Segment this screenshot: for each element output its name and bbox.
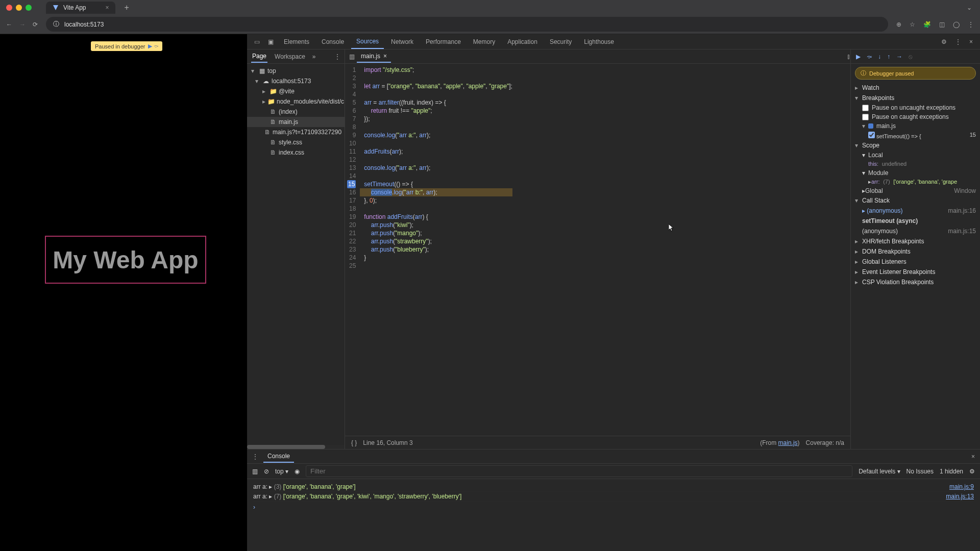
console-filter-input[interactable]	[306, 465, 852, 477]
tab-performance[interactable]: Performance	[421, 35, 466, 48]
tree-folder-vite[interactable]: ▸📁@vite	[247, 86, 345, 96]
tree-folder-nodemodules[interactable]: ▸📁node_modules/vite/dist/c	[247, 96, 345, 107]
step-into-button[interactable]: ↓	[878, 53, 881, 60]
section-watch[interactable]: ▸Watch	[851, 83, 980, 93]
tree-file-indexcss[interactable]: 🗎index.css	[247, 147, 345, 158]
close-window[interactable]	[6, 5, 12, 11]
console-sidebar-icon[interactable]: ▥	[252, 468, 258, 475]
tab-sources[interactable]: Sources	[351, 35, 384, 49]
deactivate-breakpoints-button[interactable]: ⦸	[909, 53, 913, 60]
console-row[interactable]: arr a: ▸ (7) ['orange', 'banana', 'grape…	[253, 492, 974, 502]
tab-application[interactable]: Application	[502, 35, 543, 48]
code-editor[interactable]: 1234567891011121314151617181920212223242…	[345, 64, 850, 436]
console-source-link[interactable]: main.js:9	[949, 483, 974, 490]
zoom-icon[interactable]: ⊕	[896, 21, 901, 28]
navigator-tab-workspace[interactable]: Workspace	[274, 51, 306, 62]
site-info-icon[interactable]: ⓘ	[53, 20, 59, 29]
console-settings-icon[interactable]: ⚙	[969, 468, 975, 475]
section-scope[interactable]: ▾Scope	[851, 140, 980, 151]
tree-file-stylecss[interactable]: 🗎style.css	[247, 137, 345, 147]
sidepanel-icon[interactable]: ◫	[939, 21, 945, 28]
console-row[interactable]: arr a: ▸ (3) ['orange', 'banana', 'grape…	[253, 482, 974, 492]
maximize-window[interactable]	[26, 5, 32, 11]
extensions-icon[interactable]: 🧩	[923, 21, 931, 28]
close-drawer-icon[interactable]: ×	[971, 453, 975, 460]
more-icon[interactable]: ⋮	[952, 36, 964, 47]
tab-security[interactable]: Security	[545, 35, 577, 48]
reload-button[interactable]: ⟳	[33, 21, 38, 28]
section-breakpoints[interactable]: ▾Breakpoints	[851, 93, 980, 103]
drawer-menu-icon[interactable]: ⋮	[252, 453, 258, 460]
breakpoint-entry[interactable]: setTimeout(() => {15	[851, 131, 980, 140]
tab-title: Vite App	[63, 4, 86, 11]
console-output: arr a: ▸ (3) ['orange', 'banana', 'grape…	[247, 479, 980, 551]
callstack-frame-0[interactable]: ▸ (anonymous)main.js:16	[851, 206, 980, 216]
toggle-navigator-icon[interactable]: ▥	[349, 53, 355, 60]
section-global-listeners[interactable]: ▸Global Listeners	[851, 257, 980, 267]
resume-icon[interactable]: ▶	[148, 43, 152, 49]
console-source-link[interactable]: main.js:13	[946, 493, 974, 500]
section-dom-breakpoints[interactable]: ▸DOM Breakpoints	[851, 246, 980, 257]
browser-tab[interactable]: Vite App ×	[46, 2, 115, 14]
scope-local[interactable]: ▾Local	[851, 151, 980, 160]
browser-toolbar: ← → ⟳ ⓘ localhost:5173 ⊕ ☆ 🧩 ◫ ◯ ⋮	[0, 15, 980, 34]
step-over-button[interactable]: ⤼	[867, 53, 872, 60]
profile-icon[interactable]: ◯	[953, 21, 960, 28]
tree-file-index[interactable]: 🗎(index)	[247, 107, 345, 117]
resume-button[interactable]: ▶	[856, 53, 861, 60]
callstack-frame-2[interactable]: (anonymous)main.js:15	[851, 226, 980, 236]
console-drawer: ⋮ Console × ▥ ⊘ top ▾ ◉ Default levels ▾…	[247, 449, 980, 551]
live-expression-icon[interactable]: ◉	[295, 468, 300, 475]
vite-icon	[52, 4, 59, 11]
section-csp-breakpoints[interactable]: ▸CSP Violation Breakpoints	[851, 277, 980, 287]
log-levels-dropdown[interactable]: Default levels ▾	[859, 468, 900, 475]
tree-file-mainjs[interactable]: 🗎main.js	[247, 117, 345, 127]
bookmark-icon[interactable]: ☆	[910, 21, 915, 28]
navigator-more-icon[interactable]: »	[312, 53, 316, 60]
tree-origin[interactable]: ▾☁localhost:5173	[247, 76, 345, 86]
console-context[interactable]: top ▾	[275, 468, 288, 475]
pretty-print-icon[interactable]: { }	[351, 439, 357, 446]
inspect-element-icon[interactable]: ▭	[251, 36, 263, 47]
tab-console[interactable]: Console	[316, 35, 349, 48]
editor-tab-close-icon[interactable]: ×	[383, 53, 387, 60]
forward-button[interactable]: →	[19, 21, 26, 28]
navigator-tab-page[interactable]: Page	[251, 51, 267, 63]
minimize-window[interactable]	[16, 5, 22, 11]
editor-tab-mainjs[interactable]: main.js ×	[357, 51, 391, 63]
pause-uncaught-checkbox[interactable]: Pause on uncaught exceptions	[851, 103, 980, 112]
tree-top[interactable]: ▾▦top	[247, 66, 345, 76]
step-out-button[interactable]: ↑	[887, 53, 890, 60]
step-button[interactable]: →	[896, 53, 902, 60]
section-event-breakpoints[interactable]: ▸Event Listener Breakpoints	[851, 267, 980, 277]
tree-file-mainjs-query[interactable]: 🗎main.js?t=171093327290	[247, 127, 345, 137]
address-bar[interactable]: ⓘ localhost:5173	[46, 17, 888, 32]
tab-memory[interactable]: Memory	[468, 35, 500, 48]
back-button[interactable]: ←	[6, 21, 12, 28]
navigator-scrollbar[interactable]	[247, 445, 345, 449]
close-tab-icon[interactable]: ×	[105, 4, 109, 11]
pause-caught-checkbox[interactable]: Pause on caught exceptions	[851, 112, 980, 121]
tab-network[interactable]: Network	[386, 35, 419, 48]
new-tab-button[interactable]: +	[125, 3, 129, 12]
devtools-tabs: ▭ ▣ Elements Console Sources Network Per…	[247, 34, 980, 49]
drawer-tab-console[interactable]: Console	[263, 450, 294, 463]
scope-global[interactable]: ▸GlobalWindow	[851, 186, 980, 195]
tab-elements[interactable]: Elements	[279, 35, 314, 48]
tab-overflow-icon[interactable]: ⌄	[967, 4, 972, 11]
clear-console-icon[interactable]: ⊘	[264, 468, 269, 475]
issues-button[interactable]: No Issues	[906, 468, 934, 475]
console-prompt[interactable]: ›	[253, 502, 974, 513]
device-toolbar-icon[interactable]: ▣	[265, 36, 277, 47]
close-devtools-icon[interactable]: ×	[966, 36, 976, 47]
navigator-menu-icon[interactable]: ⋮	[334, 53, 340, 60]
tab-lighthouse[interactable]: Lighthouse	[579, 35, 619, 48]
breakpoint-file[interactable]: ▾main.js	[851, 121, 980, 131]
browser-menu-icon[interactable]: ⋮	[968, 21, 974, 28]
scope-module[interactable]: ▾Module	[851, 168, 980, 178]
scope-arr[interactable]: ▸arr: (7) ['orange', 'banana', 'grape	[851, 178, 980, 186]
section-callstack[interactable]: ▾Call Stack	[851, 195, 980, 206]
settings-icon[interactable]: ⚙	[938, 36, 950, 47]
section-xhr-breakpoints[interactable]: ▸XHR/fetch Breakpoints	[851, 236, 980, 246]
step-icon[interactable]: ⤼	[154, 43, 158, 49]
